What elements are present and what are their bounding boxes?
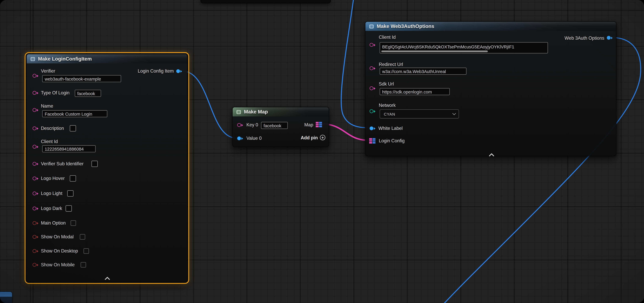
pin-label-map-output: Map [304,122,313,128]
node-make-loginconfigitem[interactable]: Make LoginConfigItem Login Config Item V… [26,54,188,282]
add-pin-icon: + [320,135,325,140]
name-input[interactable]: Facebook Custom Login [42,110,107,117]
pin-verifier-sub-identifier[interactable] [32,162,38,166]
pin-label-key-0: Key 0 [246,122,258,128]
pin-show-on-mobile[interactable] [32,263,38,267]
network-dropdown[interactable]: CYAN [380,110,459,118]
pin-show-on-modal[interactable] [32,235,38,239]
pin-label-sdk-url: Sdk Url [379,81,394,87]
show-on-mobile-checkbox[interactable] [80,262,86,268]
pin-logo-dark[interactable] [32,207,38,210]
pin-label-show-on-modal: Show On Modal [41,234,74,240]
show-on-modal-checkbox[interactable] [80,234,85,240]
pin-label-value-0: Value 0 [246,136,262,141]
pin-label-type-of-login: Type Of Login [41,90,70,96]
redirect-url-input[interactable]: w3a://com.w3a.Web3AuthUnreal [380,68,466,75]
pin-label-verifier: Verifier [41,68,55,74]
client-id-input[interactable]: BEglQSgt4cUWcj6SKRdu5QkOXTsePmMcusG5EAoy… [380,42,548,53]
pin-verifier[interactable] [32,74,38,78]
pin-label-verifier-sub-identifier: Verifier Sub Identifier [41,161,84,166]
pin-client-id[interactable] [32,145,38,149]
description-input[interactable] [70,125,76,132]
pin-label-logo-light: Logo Light [41,191,62,196]
wire-offscreen-to-whitelabel[interactable] [341,0,368,128]
node-make-map[interactable]: Make Map Key 0 facebook Map Value 0 Add … [232,107,329,147]
type-of-login-input[interactable]: facebook [75,90,101,97]
offscreen-node-bottom-left [0,291,12,303]
pin-redirect-url[interactable] [370,66,376,70]
pin-type-of-login[interactable] [32,91,38,95]
logo-dark-input[interactable] [66,205,72,212]
sdk-url-input[interactable]: https://sdk.openlogin.com [380,88,450,95]
wire-loginconfigitem-to-makemap-value0[interactable] [182,71,237,138]
node-title: Make LoginConfigItem [38,56,92,62]
main-option-checkbox[interactable] [71,220,76,226]
pin-show-on-desktop[interactable] [32,249,38,253]
output-pin-label: Web 3Auth Options [565,36,604,41]
make-map-icon [236,109,242,114]
blueprint-graph-canvas[interactable]: Make LoginConfigItem Login Config Item V… [0,0,644,303]
pin-label-client-id: Client Id [379,34,396,40]
pin-label-redirect-url: Redirect Url [379,62,403,67]
pin-client-id[interactable] [370,43,376,47]
key-0-input[interactable]: facebook [261,122,288,129]
chevron-down-icon [452,112,456,115]
pin-label-show-on-desktop: Show On Desktop [41,248,78,254]
client-id-value: BEglQSgt4cUWcj6SKRdu5QkOXTsePmMcusG5EAoy… [382,44,514,49]
make-struct-icon [369,24,374,29]
pin-key-0[interactable] [237,123,243,127]
offscreen-node-top [200,0,331,3]
client-id-scrollbar[interactable] [381,50,488,52]
pin-logo-hover[interactable] [32,176,38,180]
logo-light-input[interactable] [67,190,74,196]
network-selected-value: CYAN [384,112,395,116]
show-on-desktop-checkbox[interactable] [84,248,89,254]
node-title: Make Map [244,109,268,115]
collapse-chevron-icon[interactable] [104,274,110,278]
pin-label-name: Name [41,104,53,109]
node-header[interactable]: Make Map [232,107,328,116]
pin-name[interactable] [32,108,38,112]
node-header[interactable]: Make LoginConfigItem [27,54,187,64]
pin-white-label[interactable] [370,126,376,130]
logo-hover-input[interactable] [70,175,76,182]
pin-web3auth-options-output[interactable] [607,36,613,40]
add-pin-button[interactable]: Add pin + [301,135,325,140]
node-header[interactable]: Make Web3AuthOptions [366,22,616,31]
map-pin-icon[interactable] [316,122,322,127]
pin-label-network: Network [379,103,396,108]
pin-label-login-config: Login Config [379,138,405,144]
output-pin-label: Login Config Item [138,68,174,74]
pin-description[interactable] [32,126,38,130]
make-struct-icon [30,56,36,62]
collapse-chevron-icon[interactable] [488,150,494,154]
add-pin-label: Add pin [301,135,318,140]
node-title: Make Web3AuthOptions [377,24,434,29]
pin-label-logo-hover: Logo Hover [41,176,65,181]
verifier-sub-identifier-input[interactable] [92,161,98,167]
pin-label-show-on-mobile: Show On Mobile [41,262,74,268]
verifier-input[interactable]: web3auth-facebook-example [42,75,121,82]
client-id-input[interactable]: 1222658941886084 [42,145,96,152]
pin-network[interactable] [370,110,376,113]
pin-logo-light[interactable] [32,192,38,196]
pin-label-white-label: White Label [378,126,402,131]
pin-label-logo-dark: Logo Dark [41,206,62,211]
pin-label-description: Description [41,126,64,131]
pin-main-option[interactable] [32,221,38,225]
pin-sdk-url[interactable] [370,86,376,90]
login-config-map-pin-icon[interactable] [369,138,376,144]
pin-login-config-item-output[interactable] [176,69,182,73]
pin-value-0[interactable] [237,136,243,140]
node-make-web3authoptions[interactable]: Make Web3AuthOptions Web 3Auth Options C… [365,21,616,156]
pin-label-client-id: Client Id [41,139,58,144]
pin-label-main-option: Main Option [41,220,66,226]
